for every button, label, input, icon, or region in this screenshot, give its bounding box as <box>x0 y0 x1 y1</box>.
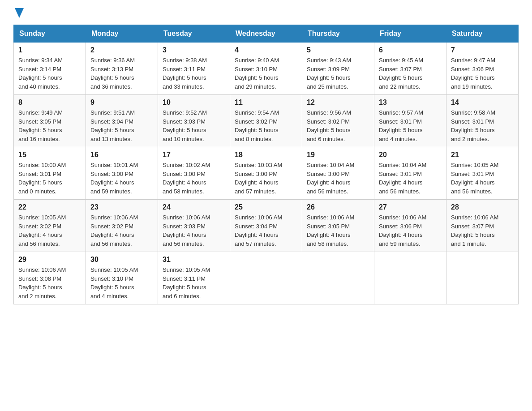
day-number: 23 <box>90 203 153 211</box>
calendar-cell: 4Sunrise: 9:40 AMSunset: 3:10 PMDaylight… <box>230 43 302 95</box>
calendar-cell: 19Sunrise: 10:04 AMSunset: 3:00 PMDaylig… <box>302 147 374 200</box>
day-number: 20 <box>379 151 442 159</box>
day-number: 30 <box>90 256 153 264</box>
day-number: 27 <box>379 203 442 211</box>
day-info: Sunrise: 10:06 AMSunset: 3:04 PMDaylight… <box>235 213 297 248</box>
calendar-header-row: SundayMondayTuesdayWednesdayThursdayFrid… <box>14 25 519 43</box>
calendar-cell: 10Sunrise: 9:52 AMSunset: 3:03 PMDayligh… <box>158 95 230 147</box>
day-info: Sunrise: 9:36 AMSunset: 3:13 PMDaylight:… <box>90 56 153 91</box>
day-info: Sunrise: 9:38 AMSunset: 3:11 PMDaylight:… <box>163 56 225 91</box>
calendar-week-row: 29Sunrise: 10:06 AMSunset: 3:08 PMDaylig… <box>14 252 519 304</box>
day-number: 9 <box>90 98 153 107</box>
calendar-cell: 22Sunrise: 10:05 AMSunset: 3:02 PMDaylig… <box>14 200 86 252</box>
day-number: 29 <box>18 256 81 264</box>
weekday-header-wednesday: Wednesday <box>230 25 302 43</box>
day-info: Sunrise: 10:06 AMSunset: 3:06 PMDaylight… <box>379 213 442 248</box>
calendar-cell: 28Sunrise: 10:06 AMSunset: 3:07 PMDaylig… <box>446 200 519 252</box>
day-info: Sunrise: 10:06 AMSunset: 3:08 PMDaylight… <box>18 265 81 300</box>
calendar-table: SundayMondayTuesdayWednesdayThursdayFrid… <box>13 25 519 304</box>
day-number: 5 <box>307 46 369 54</box>
page-header <box>13 9 519 18</box>
calendar-cell: 16Sunrise: 10:01 AMSunset: 3:00 PMDaylig… <box>86 147 158 200</box>
calendar-cell <box>230 252 302 304</box>
day-info: Sunrise: 9:52 AMSunset: 3:03 PMDaylight:… <box>163 108 225 143</box>
day-number: 14 <box>451 98 514 107</box>
calendar-cell: 18Sunrise: 10:03 AMSunset: 3:00 PMDaylig… <box>230 147 302 200</box>
day-info: Sunrise: 9:49 AMSunset: 3:05 PMDaylight:… <box>18 108 81 143</box>
day-info: Sunrise: 9:58 AMSunset: 3:01 PMDaylight:… <box>451 108 514 143</box>
day-number: 2 <box>90 46 153 54</box>
calendar-week-row: 22Sunrise: 10:05 AMSunset: 3:02 PMDaylig… <box>14 200 519 252</box>
day-number: 16 <box>90 151 153 159</box>
logo-arrow-icon <box>15 8 24 18</box>
day-info: Sunrise: 9:51 AMSunset: 3:04 PMDaylight:… <box>90 108 153 143</box>
day-number: 22 <box>18 203 81 211</box>
day-number: 26 <box>307 203 369 211</box>
day-info: Sunrise: 9:40 AMSunset: 3:10 PMDaylight:… <box>235 56 297 91</box>
calendar-cell: 11Sunrise: 9:54 AMSunset: 3:02 PMDayligh… <box>230 95 302 147</box>
day-number: 21 <box>451 151 514 159</box>
day-number: 10 <box>163 98 225 107</box>
calendar-cell <box>302 252 374 304</box>
weekday-header-friday: Friday <box>374 25 446 43</box>
calendar-cell: 2Sunrise: 9:36 AMSunset: 3:13 PMDaylight… <box>86 43 158 95</box>
day-info: Sunrise: 10:06 AMSunset: 3:07 PMDaylight… <box>451 213 514 248</box>
weekday-header-monday: Monday <box>86 25 158 43</box>
day-info: Sunrise: 9:45 AMSunset: 3:07 PMDaylight:… <box>379 56 442 91</box>
day-info: Sunrise: 10:06 AMSunset: 3:03 PMDaylight… <box>163 213 225 248</box>
calendar-cell: 24Sunrise: 10:06 AMSunset: 3:03 PMDaylig… <box>158 200 230 252</box>
calendar-cell: 6Sunrise: 9:45 AMSunset: 3:07 PMDaylight… <box>374 43 446 95</box>
calendar-cell <box>446 252 519 304</box>
day-number: 7 <box>451 46 514 54</box>
calendar-cell <box>374 252 446 304</box>
svg-marker-0 <box>15 8 24 18</box>
weekday-header-tuesday: Tuesday <box>158 25 230 43</box>
day-number: 31 <box>163 256 225 264</box>
day-info: Sunrise: 9:57 AMSunset: 3:01 PMDaylight:… <box>379 108 442 143</box>
calendar-week-row: 1Sunrise: 9:34 AMSunset: 3:14 PMDaylight… <box>14 43 519 95</box>
day-info: Sunrise: 9:34 AMSunset: 3:14 PMDaylight:… <box>18 56 81 91</box>
day-info: Sunrise: 10:06 AMSunset: 3:02 PMDaylight… <box>90 213 153 248</box>
day-info: Sunrise: 10:04 AMSunset: 3:00 PMDaylight… <box>307 161 369 196</box>
day-number: 17 <box>163 151 225 159</box>
day-info: Sunrise: 9:43 AMSunset: 3:09 PMDaylight:… <box>307 56 369 91</box>
calendar-cell: 27Sunrise: 10:06 AMSunset: 3:06 PMDaylig… <box>374 200 446 252</box>
day-number: 24 <box>163 203 225 211</box>
day-number: 18 <box>235 151 297 159</box>
day-number: 25 <box>235 203 297 211</box>
calendar-cell: 25Sunrise: 10:06 AMSunset: 3:04 PMDaylig… <box>230 200 302 252</box>
day-number: 11 <box>235 98 297 107</box>
calendar-cell: 12Sunrise: 9:56 AMSunset: 3:02 PMDayligh… <box>302 95 374 147</box>
calendar-cell: 15Sunrise: 10:00 AMSunset: 3:01 PMDaylig… <box>14 147 86 200</box>
day-number: 6 <box>379 46 442 54</box>
calendar-cell: 9Sunrise: 9:51 AMSunset: 3:04 PMDaylight… <box>86 95 158 147</box>
day-info: Sunrise: 9:56 AMSunset: 3:02 PMDaylight:… <box>307 108 369 143</box>
day-number: 19 <box>307 151 369 159</box>
calendar-cell: 31Sunrise: 10:05 AMSunset: 3:11 PMDaylig… <box>158 252 230 304</box>
day-number: 15 <box>18 151 81 159</box>
calendar-cell: 23Sunrise: 10:06 AMSunset: 3:02 PMDaylig… <box>86 200 158 252</box>
calendar-week-row: 8Sunrise: 9:49 AMSunset: 3:05 PMDaylight… <box>14 95 519 147</box>
day-info: Sunrise: 10:00 AMSunset: 3:01 PMDaylight… <box>18 161 81 196</box>
calendar-cell: 8Sunrise: 9:49 AMSunset: 3:05 PMDaylight… <box>14 95 86 147</box>
calendar-cell: 20Sunrise: 10:04 AMSunset: 3:01 PMDaylig… <box>374 147 446 200</box>
day-info: Sunrise: 10:02 AMSunset: 3:00 PMDaylight… <box>163 161 225 196</box>
day-number: 12 <box>307 98 369 107</box>
calendar-cell: 3Sunrise: 9:38 AMSunset: 3:11 PMDaylight… <box>158 43 230 95</box>
calendar-cell: 29Sunrise: 10:06 AMSunset: 3:08 PMDaylig… <box>14 252 86 304</box>
weekday-header-sunday: Sunday <box>14 25 86 43</box>
day-number: 3 <box>163 46 225 54</box>
weekday-header-thursday: Thursday <box>302 25 374 43</box>
day-number: 13 <box>379 98 442 107</box>
calendar-cell: 26Sunrise: 10:06 AMSunset: 3:05 PMDaylig… <box>302 200 374 252</box>
day-info: Sunrise: 10:05 AMSunset: 3:11 PMDaylight… <box>163 265 225 300</box>
calendar-cell: 1Sunrise: 9:34 AMSunset: 3:14 PMDaylight… <box>14 43 86 95</box>
calendar-cell: 21Sunrise: 10:05 AMSunset: 3:01 PMDaylig… <box>446 147 519 200</box>
calendar-cell: 17Sunrise: 10:02 AMSunset: 3:00 PMDaylig… <box>158 147 230 200</box>
calendar-cell: 13Sunrise: 9:57 AMSunset: 3:01 PMDayligh… <box>374 95 446 147</box>
day-info: Sunrise: 9:47 AMSunset: 3:06 PMDaylight:… <box>451 56 514 91</box>
calendar-cell: 14Sunrise: 9:58 AMSunset: 3:01 PMDayligh… <box>446 95 519 147</box>
day-info: Sunrise: 10:05 AMSunset: 3:01 PMDaylight… <box>451 161 514 196</box>
day-info: Sunrise: 10:05 AMSunset: 3:02 PMDaylight… <box>18 213 81 248</box>
day-info: Sunrise: 9:54 AMSunset: 3:02 PMDaylight:… <box>235 108 297 143</box>
